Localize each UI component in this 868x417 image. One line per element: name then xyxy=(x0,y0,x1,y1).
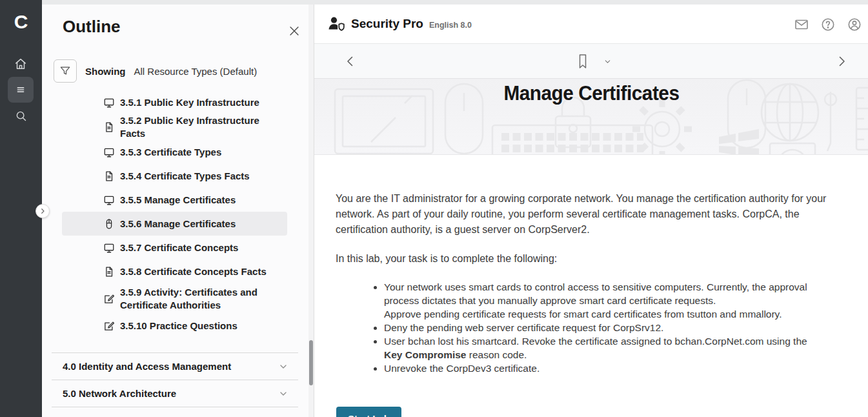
monitor-icon xyxy=(103,147,115,158)
funnel-icon xyxy=(59,65,72,77)
banner-gear-icon xyxy=(632,99,692,155)
task-item-text: User bchan lost his smartcard. Revoke th… xyxy=(384,336,807,347)
outline-item-3-5-1[interactable]: 3.5.1 Public Key Infrastructure xyxy=(62,90,287,114)
help-icon[interactable] xyxy=(820,17,836,32)
window-top-strip xyxy=(42,0,868,5)
task-item: Your network uses smart cards to control… xyxy=(384,280,827,321)
outline-item-3-5-5[interactable]: 3.5.5 Manage Certificates xyxy=(62,188,287,212)
outline-item-label: 3.5.9 Activity: Certificates and Certifi… xyxy=(120,286,287,312)
lab-description: You are the IT administrator for a growi… xyxy=(314,155,868,417)
previous-lesson-button[interactable] xyxy=(343,54,358,69)
lesson-navbar xyxy=(314,44,868,79)
profile-icon[interactable] xyxy=(847,17,862,32)
start-lab-button[interactable]: Start Lab xyxy=(336,407,401,417)
close-outline-button[interactable] xyxy=(287,24,301,38)
edit-icon xyxy=(103,293,115,305)
monitor-icon xyxy=(103,97,115,108)
outline-section-5-0[interactable]: 5.0 Network Architecture xyxy=(52,380,298,407)
outline-panel: Outline Showing All Resource Types (Defa… xyxy=(42,5,314,417)
outline-item-3-5-9[interactable]: 3.5.9 Activity: Certificates and Certifi… xyxy=(62,283,287,314)
home-icon xyxy=(14,57,28,71)
main-content: Security Pro English 8.0 xyxy=(314,0,868,417)
outline-section-label: 4.0 Identity and Access Management xyxy=(63,361,231,372)
person-shield-icon xyxy=(327,15,346,32)
monitor-icon xyxy=(103,194,115,206)
document-icon xyxy=(103,266,115,278)
outline-section-4-0[interactable]: 4.0 Identity and Access Management xyxy=(52,352,298,380)
banner-frame-icon xyxy=(770,143,815,155)
app-edition: English 8.0 xyxy=(429,21,472,30)
app-logo[interactable]: C xyxy=(0,9,42,35)
banner-ruler-icon xyxy=(856,88,868,150)
title-banner: Manage Certificates xyxy=(314,79,868,155)
outline-item-3-5-7[interactable]: 3.5.7 Certificate Concepts xyxy=(62,236,287,259)
bookmark-icon xyxy=(575,53,590,70)
outline-item-3-5-10[interactable]: 3.5.10 Practice Questions xyxy=(62,314,287,338)
chevron-down-icon xyxy=(603,57,612,66)
chevron-down-icon xyxy=(278,361,288,372)
filter-label: Showing xyxy=(85,66,126,77)
outline-item-label: 3.5.7 Certificate Concepts xyxy=(120,241,256,254)
next-lesson-button[interactable] xyxy=(834,54,849,69)
task-item-bold: Key Compromise xyxy=(384,349,466,360)
task-intro: In this lab, your task is to complete th… xyxy=(336,251,840,267)
menu-icon xyxy=(14,83,27,96)
outline-item-3-5-6-selected[interactable]: 3.5.6 Manage Certificates xyxy=(62,212,287,236)
resource-filter-row: Showing All Resource Types (Default) xyxy=(54,59,314,83)
outline-menu-button[interactable] xyxy=(8,77,34,103)
mouse-icon xyxy=(103,218,115,230)
filter-button[interactable] xyxy=(54,59,77,83)
filter-value[interactable]: All Resource Types (Default) xyxy=(134,66,257,77)
chevron-left-icon xyxy=(343,54,358,69)
outline-sections: 4.0 Identity and Access Management 5.0 N… xyxy=(42,352,314,417)
task-item-line: Deny the pending web server certificate … xyxy=(384,321,827,334)
close-icon xyxy=(287,24,301,38)
outline-item-label: 3.5.6 Manage Certificates xyxy=(120,218,254,230)
outline-item-label: 3.5.1 Public Key Infrastructure xyxy=(120,96,278,109)
outline-section-6-0[interactable]: 6.0 Resiliency and Site Security xyxy=(52,407,298,417)
task-item-line: Your network uses smart cards to control… xyxy=(384,280,827,307)
document-icon xyxy=(103,170,115,182)
edit-icon xyxy=(103,320,115,332)
outline-scrollbar-thumb[interactable] xyxy=(309,340,313,385)
task-item-line: Unrevoke the CorpDev3 certificate. xyxy=(384,361,827,375)
page-title: Manage Certificates xyxy=(325,82,858,105)
task-item-text: reason code. xyxy=(466,349,527,360)
header-icon-group xyxy=(794,5,862,44)
chevron-right-icon xyxy=(834,54,849,69)
task-list: Your network uses smart cards to control… xyxy=(336,280,840,375)
outline-item-label: 3.5.3 Certificate Types xyxy=(120,146,239,159)
task-item: Deny the pending web server certificate … xyxy=(384,321,827,334)
app-title: Security Pro xyxy=(351,17,423,31)
outline-item-3-5-2[interactable]: 3.5.2 Public Key Infrastructure Facts xyxy=(62,114,287,140)
scenario-paragraph: You are the IT administrator for a growi… xyxy=(336,191,840,238)
outline-section-label: 5.0 Network Architecture xyxy=(63,388,176,399)
outline-title: Outline xyxy=(63,17,314,36)
outline-item-label: 3.5.10 Practice Questions xyxy=(120,320,256,332)
outline-scrollbar xyxy=(308,5,314,417)
task-item: User bchan lost his smartcard. Revoke th… xyxy=(384,334,827,361)
outline-item-label: 3.5.4 Certificate Types Facts xyxy=(120,170,268,183)
outline-item-3-5-3[interactable]: 3.5.3 Certificate Types xyxy=(62,140,287,164)
bookmark-button[interactable] xyxy=(575,53,590,70)
document-icon xyxy=(103,121,115,133)
chevron-right-icon xyxy=(39,207,46,215)
sidebar-collapse-handle[interactable] xyxy=(35,204,50,218)
bookmark-menu-button[interactable] xyxy=(603,57,612,66)
monitor-icon xyxy=(103,242,115,254)
outline-item-3-5-4[interactable]: 3.5.4 Certificate Types Facts xyxy=(62,164,287,188)
task-item: Unrevoke the CorpDev3 certificate. xyxy=(384,361,827,375)
outline-item-label: 3.5.2 Public Key Infrastructure Facts xyxy=(120,114,287,140)
search-icon xyxy=(14,109,28,123)
task-item-line: Approve pending certificate requests for… xyxy=(384,307,827,321)
search-button[interactable] xyxy=(8,103,34,128)
banner-keyboard-icon xyxy=(492,125,652,155)
outline-item-list: 3.5.1 Public Key Infrastructure 3.5.2 Pu… xyxy=(42,90,314,338)
home-button[interactable] xyxy=(8,51,34,77)
outline-item-label: 3.5.5 Manage Certificates xyxy=(120,194,254,207)
product-header: Security Pro English 8.0 xyxy=(314,5,868,44)
mail-icon[interactable] xyxy=(794,17,809,32)
outline-item-3-5-8[interactable]: 3.5.8 Certificate Concepts Facts xyxy=(62,259,287,283)
outline-item-label: 3.5.8 Certificate Concepts Facts xyxy=(120,265,285,278)
banner-windows-icon xyxy=(719,129,759,155)
